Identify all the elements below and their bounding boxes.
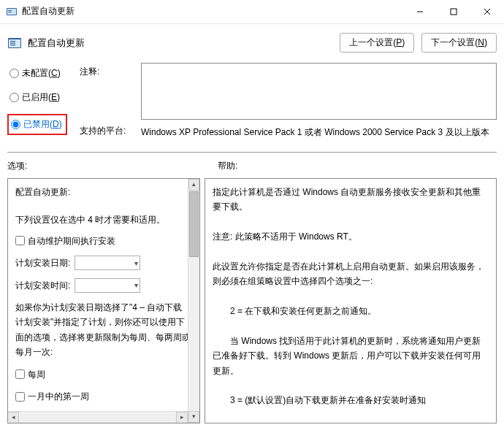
help-panel: 指定此计算机是否通过 Windows 自动更新服务接收安全更新和其他重要下载。 … — [205, 178, 497, 423]
vertical-scrollbar[interactable]: ▴ ▾ ◂ ▸ — [188, 179, 199, 423]
help-label: 帮助: — [218, 160, 237, 172]
app-icon — [6, 6, 18, 18]
options-paragraph: 如果你为计划安装日期选择了"4 – 自动下载计划安装"并指定了计划，则你还可以使… — [15, 300, 191, 360]
help-opt2: 2 = 在下载和安装任何更新之前通知。 — [213, 304, 487, 318]
divider — [7, 152, 497, 153]
radio-disabled-input[interactable] — [11, 120, 20, 129]
chevron-down-icon: ▾ — [134, 257, 138, 269]
radio-enabled-input[interactable] — [9, 93, 19, 102]
radio-enabled[interactable]: 已启用(E) — [7, 90, 77, 105]
help-p1: 指定此计算机是否通过 Windows 自动更新服务接收安全更新和其他重要下载。 — [213, 185, 487, 215]
config-area: 未配置(C) 已启用(E) 已禁用(D) 注释: 支持的平台: Windows … — [0, 63, 504, 150]
radio-disabled[interactable]: 已禁用(D) — [7, 114, 67, 135]
radio-not-configured[interactable]: 未配置(C) — [7, 66, 77, 81]
install-day-combo[interactable]: ▾ — [75, 256, 140, 270]
supported-label: 支持的平台: — [80, 78, 138, 137]
policy-icon — [7, 36, 22, 50]
scroll-down-icon[interactable]: ▾ — [188, 411, 199, 423]
window-controls — [403, 0, 504, 23]
svg-rect-3 — [8, 12, 12, 12]
svg-rect-2 — [8, 10, 12, 11]
chevron-down-icon: ▾ — [134, 279, 138, 291]
options-label: 选项: — [7, 160, 218, 172]
radio-not-configured-input[interactable] — [9, 69, 19, 78]
svg-rect-5 — [451, 9, 457, 15]
chk-first-week-input[interactable] — [15, 392, 25, 402]
supported-text: Windows XP Professional Service Pack 1 或… — [141, 126, 497, 150]
help-content[interactable]: 指定此计算机是否通过 Windows 自动更新服务接收安全更新和其他重要下载。 … — [213, 185, 489, 417]
chk-first-week[interactable]: 一月中的第一周 — [15, 389, 191, 404]
maximize-button[interactable] — [437, 0, 470, 23]
svg-rect-11 — [10, 42, 15, 43]
next-setting-button[interactable]: 下一个设置(N) — [421, 33, 497, 53]
titlebar: 配置自动更新 — [0, 0, 504, 23]
help-opt3: 3 = (默认设置)自动下载更新并在准备好安装时通知 — [213, 393, 487, 407]
minimize-button[interactable] — [403, 0, 437, 23]
scroll-right-icon[interactable]: ▸ — [176, 412, 188, 423]
label-install-time: 计划安装时间: — [15, 278, 70, 293]
chk-maintenance[interactable]: 自动维护期间执行安装 — [15, 234, 191, 248]
previous-setting-button[interactable]: 上一个设置(P) — [340, 33, 414, 53]
help-p4: 当 Windows 找到适用于此计算机的更新时，系统将通知用户更新已准备好下载。… — [213, 334, 487, 378]
window-title: 配置自动更新 — [22, 5, 75, 18]
horizontal-scrollbar[interactable]: ◂ ▸ — [7, 411, 188, 423]
options-panel: 配置自动更新: 下列设置仅在选中 4 时才需要和适用。 自动维护期间执行安装 计… — [7, 178, 200, 423]
comment-input[interactable] — [141, 63, 497, 120]
scroll-thumb[interactable] — [189, 191, 199, 257]
header: 配置自动更新 上一个设置(P) 下一个设置(N) — [0, 24, 504, 63]
scroll-up-icon[interactable]: ▴ — [188, 179, 199, 191]
comment-label: 注释: — [80, 63, 138, 78]
help-p2: 注意: 此策略不适用于 Windows RT。 — [213, 229, 487, 244]
chk-weekly[interactable]: 每周 — [15, 367, 191, 382]
state-radios: 未配置(C) 已启用(E) 已禁用(D) — [7, 63, 77, 135]
options-title: 配置自动更新: — [15, 185, 191, 199]
page-title: 配置自动更新 — [28, 37, 85, 50]
label-install-day: 计划安装日期: — [15, 256, 70, 270]
chk-maintenance-input[interactable] — [15, 236, 25, 245]
svg-rect-10 — [10, 41, 15, 42]
svg-rect-12 — [10, 45, 15, 45]
close-button[interactable] — [470, 0, 504, 23]
scroll-left-icon[interactable]: ◂ — [7, 412, 19, 423]
install-time-combo[interactable]: ▾ — [75, 278, 140, 293]
chk-weekly-input[interactable] — [15, 369, 25, 379]
help-p3: 此设置允许你指定是否在此计算机上启用自动更新。如果启用该服务，则必须在组策略设置… — [213, 259, 487, 289]
field-labels: 注释: 支持的平台: — [80, 63, 138, 137]
options-hint: 下列设置仅在选中 4 时才需要和适用。 — [15, 212, 191, 227]
